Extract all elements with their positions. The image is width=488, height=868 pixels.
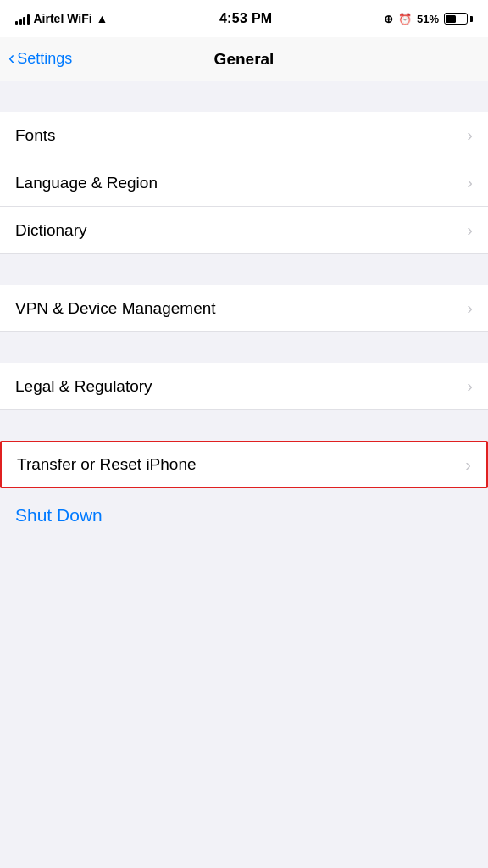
legal-label: Legal & Regulatory	[15, 377, 152, 396]
status-bar: Airtel WiFi ▲ 4:53 PM ⊕ ⏰ 51%	[0, 0, 488, 37]
battery-icon	[444, 13, 473, 25]
section-divider-4	[0, 410, 488, 441]
dictionary-row[interactable]: Dictionary ›	[0, 207, 488, 254]
legal-chevron-icon: ›	[467, 376, 473, 396]
section-divider-2	[0, 254, 488, 285]
page-title: General	[214, 50, 274, 69]
status-time: 4:53 PM	[219, 11, 273, 26]
vpn-label: VPN & Device Management	[15, 299, 216, 318]
section-divider-3	[0, 332, 488, 363]
alarm-icon: ⏰	[398, 13, 412, 25]
back-button[interactable]: ‹ Settings	[8, 50, 72, 68]
section-group-2: VPN & Device Management ›	[0, 254, 488, 332]
carrier-label: Airtel WiFi	[34, 12, 92, 25]
legal-row[interactable]: Legal & Regulatory ›	[0, 363, 488, 410]
wifi-icon: ▲	[97, 12, 108, 25]
shutdown-button[interactable]: Shut Down	[15, 505, 103, 526]
vpn-chevron-icon: ›	[467, 298, 473, 318]
section-divider	[0, 81, 488, 112]
section-group-1: Fonts › Language & Region › Dictionary ›	[0, 81, 488, 254]
status-left: Airtel WiFi ▲	[15, 12, 108, 25]
back-chevron-icon: ‹	[8, 49, 14, 68]
language-region-chevron-icon: ›	[467, 173, 473, 192]
fonts-chevron-icon: ›	[467, 125, 473, 145]
nav-bar: ‹ Settings General	[0, 37, 488, 81]
fonts-row[interactable]: Fonts ›	[0, 112, 488, 159]
vpn-row[interactable]: VPN & Device Management ›	[0, 285, 488, 332]
section-group-4: Transfer or Reset iPhone ›	[0, 410, 488, 488]
shutdown-row: Shut Down	[0, 488, 488, 534]
section-group-3: Legal & Regulatory ›	[0, 332, 488, 410]
fonts-label: Fonts	[15, 126, 56, 145]
language-region-label: Language & Region	[15, 174, 158, 192]
dictionary-label: Dictionary	[15, 221, 86, 240]
back-label: Settings	[17, 50, 72, 68]
language-region-row[interactable]: Language & Region ›	[0, 159, 488, 207]
dictionary-chevron-icon: ›	[467, 220, 473, 240]
orientation-lock-icon: ⊕	[384, 13, 393, 25]
signal-icon	[15, 13, 30, 25]
battery-pct-label: 51%	[417, 13, 439, 25]
transfer-reset-chevron-icon: ›	[465, 455, 471, 475]
transfer-reset-label: Transfer or Reset iPhone	[17, 455, 197, 474]
status-right: ⊕ ⏰ 51%	[384, 13, 473, 25]
transfer-reset-row[interactable]: Transfer or Reset iPhone ›	[0, 441, 488, 488]
